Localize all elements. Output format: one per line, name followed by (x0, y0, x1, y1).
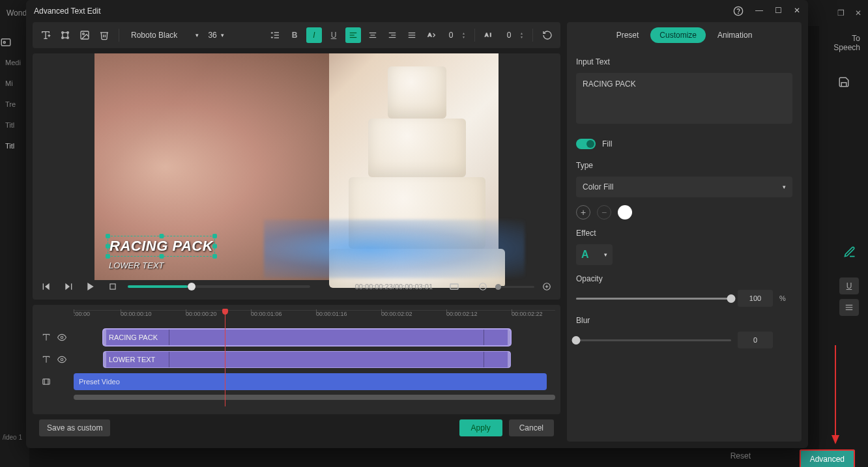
align-justify-icon[interactable] (404, 27, 420, 43)
timeline-scrollbar[interactable] (74, 395, 555, 400)
align-bg-icon[interactable] (839, 299, 859, 316)
chevron-down-icon: ▾ (783, 184, 786, 190)
text-track-icon (42, 333, 51, 342)
text-track-icon-2 (42, 355, 51, 364)
help-icon[interactable] (733, 6, 744, 16)
advanced-button[interactable]: Advanced (800, 449, 855, 467)
tab-customize[interactable]: Customize (650, 27, 706, 43)
clip-preset-video[interactable]: Preset Video (74, 373, 547, 390)
kerning-down[interactable]: ▾ (521, 36, 526, 39)
input-text-area[interactable] (576, 73, 792, 124)
type-label: Type (576, 161, 792, 170)
fill-label: Fill (602, 139, 612, 149)
bold-icon[interactable]: B (287, 27, 302, 43)
clip-racing-pack[interactable]: RACING PACK (103, 329, 511, 346)
add-color-button[interactable]: + (576, 205, 590, 219)
advanced-text-edit-modal: Advanced Text Edit — ☐ ✕ Roboto Black▾ 3… (26, 0, 808, 448)
cancel-button[interactable]: Cancel (509, 419, 554, 436)
transform-icon[interactable] (57, 27, 73, 43)
fill-toggle[interactable] (576, 139, 596, 149)
line-height-icon[interactable] (267, 27, 283, 43)
svg-marker-40 (45, 283, 50, 290)
stop-icon[interactable] (106, 279, 120, 294)
text-spacing-icon[interactable]: A (424, 27, 439, 43)
bg-restore-icon[interactable]: ❐ (837, 8, 845, 18)
kerning-input[interactable] (501, 31, 517, 40)
bg-video-label: /ideo 1 (3, 434, 22, 441)
remove-color-button[interactable]: − (597, 205, 611, 219)
playback-slider[interactable] (128, 285, 310, 288)
kerning-up[interactable]: ▴ (521, 32, 526, 35)
preview-racing-text[interactable]: RACING PACK (109, 238, 213, 255)
tab-preset[interactable]: Preset (607, 27, 648, 43)
svg-point-19 (83, 33, 85, 35)
text-selection-box[interactable]: RACING PACK (108, 236, 215, 257)
visibility-icon-2[interactable] (57, 355, 66, 364)
save-as-custom-button[interactable]: Save as custom (39, 419, 110, 436)
reset-button[interactable]: Reset (724, 447, 757, 464)
refresh-icon[interactable] (540, 27, 555, 43)
save-icon[interactable] (835, 73, 853, 91)
delete-icon[interactable] (96, 27, 112, 43)
prev-frame-icon[interactable] (39, 279, 53, 294)
zoom-slider[interactable] (495, 286, 534, 288)
opacity-slider[interactable] (576, 298, 731, 300)
next-frame-icon[interactable] (61, 279, 76, 294)
spacing-down[interactable]: ▾ (463, 36, 468, 39)
kerning-icon[interactable]: AI (482, 27, 497, 43)
spacing-input[interactable] (443, 31, 459, 40)
properties-panel: Preset Customize Animation Input Text Fi… (567, 22, 802, 442)
bg-sidebar-3[interactable]: Titl (0, 135, 29, 156)
blur-value[interactable]: 0 (738, 332, 773, 348)
italic-icon[interactable]: I (306, 27, 322, 43)
svg-text:I: I (490, 32, 491, 38)
color-swatch[interactable] (618, 205, 632, 219)
bg-media-tab[interactable]: Medi (0, 52, 29, 73)
preview-lower-text[interactable]: LOWER TEXT (109, 261, 164, 270)
play-icon[interactable] (83, 279, 98, 294)
bg-close-icon[interactable]: ✕ (855, 8, 861, 18)
preview-canvas[interactable]: RACING PACK LOWER TEXT (33, 53, 560, 300)
spacing-up[interactable]: ▴ (463, 32, 468, 35)
opacity-value[interactable]: 100 (738, 290, 773, 307)
underline-icon[interactable]: U (326, 27, 341, 43)
ai-edit-icon[interactable] (843, 246, 856, 259)
timeline-ruler[interactable]: :00:00 00:00:00:10 00:00:00:20 00:00:01:… (74, 310, 555, 328)
playhead[interactable] (225, 309, 225, 406)
bg-sidebar-1[interactable]: Tre (0, 94, 29, 115)
tab-animation[interactable]: Animation (708, 27, 761, 43)
underline-bg-icon[interactable]: U (839, 277, 859, 294)
image-icon[interactable] (77, 27, 93, 43)
timeline[interactable]: :00:00 00:00:00:10 00:00:00:20 00:00:01:… (33, 305, 560, 414)
svg-text:A: A (485, 32, 488, 38)
aspect-icon[interactable] (447, 279, 461, 294)
align-center-icon[interactable] (365, 27, 381, 43)
effect-select[interactable]: A ▾ (576, 244, 613, 265)
align-left-icon[interactable] (345, 27, 361, 43)
apply-button[interactable]: Apply (459, 419, 502, 436)
align-right-icon[interactable] (384, 27, 400, 43)
bg-sidebar-2[interactable]: Titl (0, 115, 29, 135)
font-size-select[interactable]: 36▾ (208, 31, 234, 40)
zoom-out-icon[interactable] (476, 279, 490, 294)
minimize-icon[interactable]: — (755, 6, 763, 16)
maximize-icon[interactable]: ☐ (775, 6, 782, 16)
add-text-icon[interactable] (38, 27, 53, 43)
bg-sidebar-0[interactable]: Mi (0, 73, 29, 94)
svg-rect-56 (43, 379, 50, 384)
svg-marker-42 (65, 283, 70, 290)
fill-type-select[interactable]: Color Fill ▾ (576, 177, 792, 197)
bg-to-speech[interactable]: To Speech (819, 26, 868, 60)
blur-slider[interactable] (576, 339, 731, 341)
svg-point-8 (738, 13, 739, 14)
font-family-select[interactable]: Roboto Black▾ (126, 28, 204, 42)
chevron-down-icon: ▾ (604, 251, 607, 258)
playback-time: 00:00:00:23/00:00:03:01 (355, 283, 433, 290)
opacity-unit: % (779, 294, 792, 302)
video-track-icon (42, 377, 51, 386)
effect-label: Effect (576, 229, 792, 238)
close-icon[interactable]: ✕ (794, 6, 800, 16)
zoom-in-icon[interactable] (540, 279, 554, 294)
clip-lower-text[interactable]: LOWER TEXT (103, 351, 511, 368)
visibility-icon[interactable] (57, 333, 66, 342)
